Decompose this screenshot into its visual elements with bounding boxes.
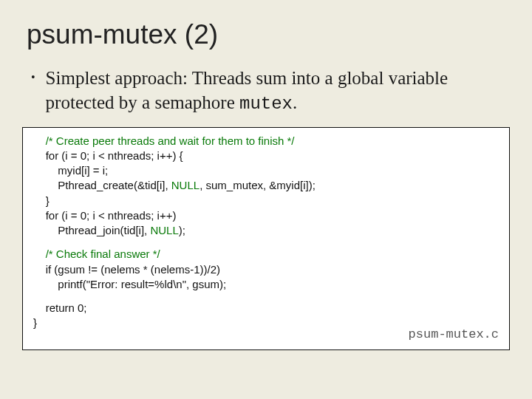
code-null: NULL bbox=[150, 224, 178, 236]
bullet-item: • Simplest approach: Threads sum into a … bbox=[31, 66, 511, 115]
code-line: Pthread_join(tid[i], NULL); bbox=[33, 223, 499, 238]
bullet-text-after: . bbox=[293, 92, 297, 112]
code-null: NULL bbox=[171, 179, 200, 191]
code-line: for (i = 0; i < nthreads; i++) bbox=[33, 208, 499, 223]
code-line: } bbox=[33, 194, 499, 208]
file-label: psum-mutex.c bbox=[409, 327, 499, 344]
code-line: Pthread_create(&tid[i], NULL, sum_mutex,… bbox=[33, 178, 499, 193]
code-line: printf("Error: result=%ld\n", gsum); bbox=[33, 277, 499, 292]
code-line: return 0; bbox=[33, 301, 499, 316]
blank-line bbox=[33, 292, 499, 301]
code-comment: /* Check final answer */ bbox=[33, 247, 499, 262]
slide: psum-mutex (2) • Simplest approach: Thre… bbox=[0, 0, 532, 399]
code-frag: ); bbox=[179, 224, 185, 236]
code-frag: Pthread_join(tid[i], bbox=[33, 224, 150, 236]
code-line: if (gsum != (nelems * (nelems-1))/2) bbox=[33, 262, 499, 277]
bullet-dot-icon: • bbox=[31, 66, 35, 89]
blank-line bbox=[33, 238, 499, 247]
code-comment: /* Create peer threads and wait for them… bbox=[33, 134, 499, 149]
code-line: myid[i] = i; bbox=[33, 163, 499, 178]
code-box: /* Create peer threads and wait for them… bbox=[22, 127, 510, 350]
slide-title: psum-mutex (2) bbox=[27, 19, 511, 50]
code-line: for (i = 0; i < nthreads; i++) { bbox=[33, 149, 499, 163]
bullet-mono: mutex bbox=[239, 94, 293, 114]
code-frag: , sum_mutex, &myid[i]); bbox=[200, 179, 316, 191]
code-frag: Pthread_create(&tid[i], bbox=[33, 179, 171, 191]
bullet-text: Simplest approach: Threads sum into a gl… bbox=[46, 66, 511, 115]
